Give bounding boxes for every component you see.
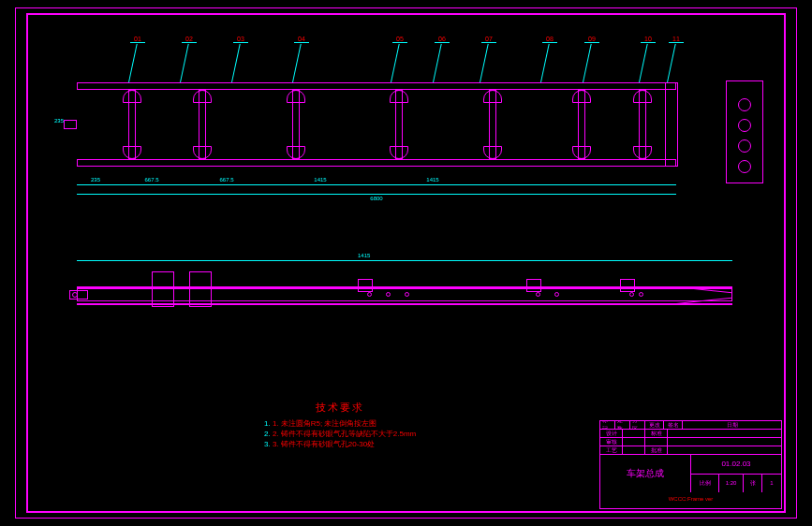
side-bracket (189, 271, 212, 307)
note-2: 2. 2. 铸件不得有砂眼气孔等缺陷不大于2.5mm (264, 429, 416, 439)
gusset (483, 90, 502, 103)
note-1: 1. 1. 未注圆角R5; 未注倒角按左图 (264, 418, 416, 429)
tb-h2: 分区 (630, 421, 645, 429)
side-view: 1415 (77, 270, 732, 326)
side-hole-icon (629, 292, 634, 297)
side-dim-line (77, 260, 732, 261)
gusset (390, 146, 408, 159)
gusset (123, 90, 141, 103)
gusset (390, 90, 408, 103)
gusset (633, 146, 652, 159)
gusset (287, 146, 305, 159)
balloon-09: 09 (584, 36, 599, 43)
tb-h4: 签名 (664, 421, 683, 429)
side-dim-text: 1415 (358, 253, 370, 258)
end-hole-icon (738, 98, 751, 111)
gusset (193, 146, 212, 159)
dim-overall: 6800 (77, 196, 676, 201)
hitch-hole-icon (72, 292, 78, 298)
left-tongue (64, 120, 77, 129)
side-hole-icon (554, 292, 559, 297)
front-hitch (69, 290, 88, 300)
balloon-06: 06 (435, 36, 450, 43)
gusset (123, 146, 141, 159)
tb-r1c3: 标准 (645, 430, 668, 437)
gusset (483, 146, 502, 159)
gusset (193, 90, 212, 103)
end-hole-icon (738, 160, 751, 173)
gusset (572, 90, 591, 103)
tb-r1c0: 设计 (600, 430, 623, 437)
side-bracket (152, 271, 174, 307)
gusset (572, 146, 591, 159)
side-bracket (358, 279, 373, 292)
gusset (633, 90, 652, 103)
side-hole-icon (536, 292, 540, 297)
sheet-value: 1 (762, 475, 781, 493)
scale-value: 1:20 (719, 475, 744, 493)
balloon-03: 03 (233, 36, 248, 43)
dim-line-seg (77, 184, 676, 185)
dim-segment: 667.5 (114, 177, 189, 183)
tb-r3c0: 工艺 (600, 446, 623, 454)
balloon-05: 05 (392, 36, 407, 43)
side-hole-icon (386, 292, 391, 297)
balloon-10: 10 (641, 36, 656, 43)
tb-h0: 标记 (600, 421, 615, 429)
dim-segment: 235 (77, 177, 114, 183)
tb-h3: 更改 (645, 421, 664, 429)
balloon-11: 11 (669, 36, 684, 43)
balloon-02: 02 (182, 36, 197, 43)
tb-h5: 日期 (683, 421, 781, 429)
rail-top (77, 82, 676, 90)
dim-segment: 667.5 (189, 177, 264, 183)
side-hole-icon (639, 292, 643, 297)
end-detail-view (726, 80, 763, 183)
drawing-number: 01.02.03 (691, 455, 781, 474)
dim-segment: 1415 (376, 177, 489, 183)
balloon-07: 07 (481, 36, 496, 43)
balloon-04: 04 (294, 36, 309, 43)
technical-notes: 技术要求 1. 1. 未注圆角R5; 未注倒角按左图 2. 2. 铸件不得有砂眼… (264, 401, 416, 450)
title-block: 标记 处数 分区 更改 签名 日期 设计 标准 审核 工艺 (599, 420, 782, 509)
dim-line-overall (77, 194, 676, 195)
side-hole-icon (405, 292, 409, 297)
rail-bottom (77, 159, 676, 167)
sheet-label: 张 (744, 475, 762, 493)
tb-r2c0: 审核 (600, 438, 623, 446)
balloon-01: 01 (130, 36, 145, 43)
end-hole-icon (738, 119, 751, 132)
drawing-area[interactable]: 0102030405060708091011 235 6800 235667.5… (30, 17, 782, 509)
side-flange-bot (77, 303, 732, 305)
side-bracket (620, 279, 635, 292)
left-dim-label: 235 (54, 118, 64, 124)
top-view: 235 (77, 73, 676, 176)
tb-h1: 处数 (615, 421, 630, 429)
end-hole-icon (738, 139, 751, 153)
rear-taper (676, 286, 732, 305)
part-name: 车架总成 (600, 455, 691, 492)
side-bracket (526, 279, 541, 292)
end-cap-right (665, 82, 678, 167)
tb-r3c2: 批准 (645, 446, 668, 454)
cad-viewport[interactable]: 0102030405060708091011 235 6800 235667.5… (0, 0, 812, 526)
note-3: 3. 3. 铸件不得有砂眼气孔20-30处 (264, 439, 416, 449)
balloon-08: 08 (542, 36, 557, 43)
dim-segment: 1415 (264, 177, 376, 183)
side-hole-icon (367, 292, 372, 297)
gusset (287, 90, 305, 103)
scale-label: 比例 (691, 475, 719, 493)
notes-title: 技术要求 (264, 401, 416, 415)
footer-text: WCCC:Frame ver (600, 492, 781, 505)
